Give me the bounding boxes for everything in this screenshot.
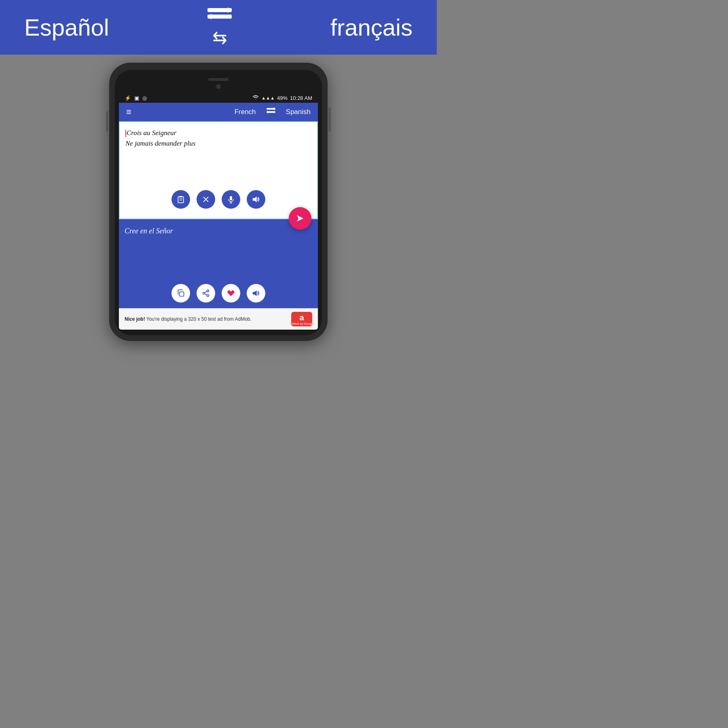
phone-device: ⚡ ▣ ◎ ▲▲▲ 49% xyxy=(109,63,328,341)
power-button-right[interactable] xyxy=(328,107,331,131)
phone-speaker xyxy=(208,78,229,81)
phone-inner: ⚡ ▣ ◎ ▲▲▲ 49% xyxy=(115,70,322,335)
header-lang-left[interactable]: French xyxy=(235,108,256,116)
ad-text-normal: You're displaying a 320 x 50 test ad fro… xyxy=(146,316,252,322)
header-center: French Spanish xyxy=(235,107,311,117)
time-text: 10:28 AM xyxy=(290,95,312,101)
svg-marker-7 xyxy=(267,110,268,114)
svg-marker-5 xyxy=(274,107,275,110)
share-output-button[interactable] xyxy=(197,284,215,303)
copy-output-button[interactable] xyxy=(171,284,190,303)
header-lang-right[interactable]: Spanish xyxy=(286,108,311,116)
clipboard-button[interactable] xyxy=(171,190,190,209)
svg-point-22 xyxy=(207,294,209,296)
svg-point-21 xyxy=(203,292,205,294)
clear-button[interactable] xyxy=(197,190,215,209)
banner-lang-right[interactable]: français xyxy=(330,14,413,41)
hamburger-menu[interactable]: ≡ xyxy=(126,107,131,117)
volume-button-left[interactable] xyxy=(106,111,108,131)
svg-line-24 xyxy=(205,291,207,292)
svg-rect-14 xyxy=(230,196,232,201)
ad-banner: Nice job! You're displaying a 320 x 50 t… xyxy=(119,308,318,330)
svg-marker-17 xyxy=(253,197,257,203)
svg-point-20 xyxy=(207,290,209,292)
input-action-buttons xyxy=(125,190,311,213)
image-icon: ▣ xyxy=(134,95,139,101)
top-banner: Español ⇄ français xyxy=(0,0,437,55)
mic-button[interactable] xyxy=(222,190,240,209)
status-bar: ⚡ ▣ ◎ ▲▲▲ 49% xyxy=(119,93,318,103)
svg-marker-18 xyxy=(297,215,303,222)
input-area[interactable]: Crois au Seigneur Ne jamais demander plu… xyxy=(119,121,318,219)
app-header: ≡ French Spanish xyxy=(119,103,318,121)
header-swap-btn[interactable] xyxy=(266,107,276,117)
signal-icon: ▲▲▲ xyxy=(261,95,275,100)
status-right-info: ▲▲▲ 49% 10:28 AM xyxy=(252,95,312,101)
ad-text: Nice job! You're displaying a 320 x 50 t… xyxy=(125,316,286,322)
phone-wrapper: ⚡ ▣ ◎ ▲▲▲ 49% xyxy=(109,55,328,437)
wifi-icon xyxy=(252,95,259,101)
banner-lang-left[interactable]: Español xyxy=(24,14,109,41)
phone-notch xyxy=(119,76,318,93)
battery-text: 49% xyxy=(277,95,288,101)
svg-marker-25 xyxy=(253,290,257,296)
output-area: Cree en el Señor xyxy=(119,219,318,308)
svg-rect-9 xyxy=(178,197,183,203)
input-line2: Ne jamais demander plus xyxy=(125,140,195,147)
text-cursor xyxy=(125,130,126,137)
usb-icon: ⚡ xyxy=(125,95,131,101)
banner-swap-icon[interactable]: ⇄ xyxy=(205,7,234,47)
speaker-input-button[interactable] xyxy=(247,190,265,209)
send-button[interactable] xyxy=(289,207,311,230)
location-icon: ◎ xyxy=(142,95,147,101)
ad-logo[interactable]: a AdMob by Google xyxy=(291,312,312,326)
svg-rect-19 xyxy=(180,292,184,296)
ad-text-bold: Nice job! xyxy=(125,316,145,322)
output-action-buttons xyxy=(125,284,312,303)
status-left-icons: ⚡ ▣ ◎ xyxy=(125,95,147,101)
speaker-output-button[interactable] xyxy=(247,284,265,303)
phone-screen: ⚡ ▣ ◎ ▲▲▲ 49% xyxy=(119,93,318,330)
phone-camera xyxy=(216,84,221,89)
favorite-output-button[interactable] xyxy=(222,284,240,303)
output-text: Cree en el Señor xyxy=(125,226,312,278)
input-text[interactable]: Crois au Seigneur Ne jamais demander plu… xyxy=(125,128,311,184)
svg-line-23 xyxy=(205,294,207,295)
